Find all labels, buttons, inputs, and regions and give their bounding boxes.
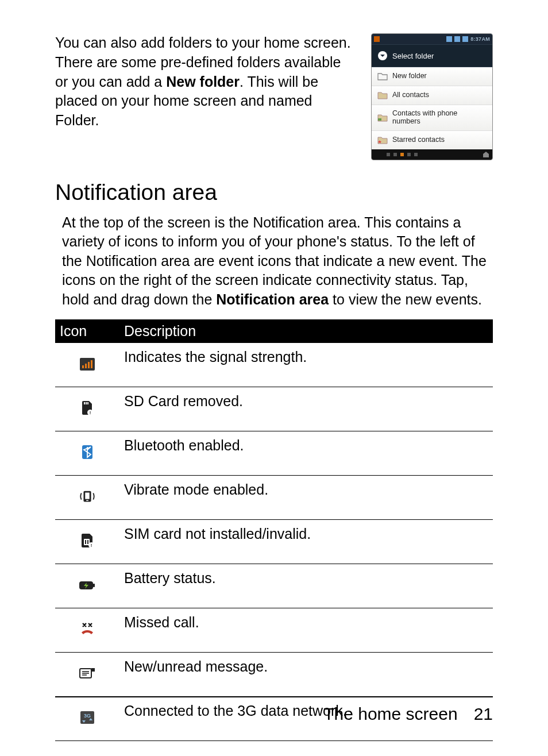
mock-item-label: New folder: [392, 72, 427, 80]
vibrate-icon: [79, 488, 96, 505]
body-bold: Notification area: [216, 291, 329, 307]
row-desc: SIM card not installed/invalid.: [119, 520, 493, 564]
svg-rect-18: [85, 540, 86, 544]
svg-rect-9: [86, 402, 87, 404]
row-desc: Bluetooth enabled.: [119, 431, 493, 476]
svg-rect-6: [88, 362, 90, 368]
folder-mockup: 8:37AM Select folder New folder All cont…: [371, 33, 493, 160]
mock-item-label: Starred contacts: [392, 136, 445, 144]
status-signal-icon: [462, 36, 468, 42]
table-row: ! SD Card removed.: [55, 387, 493, 431]
row-desc: Battery status.: [119, 564, 493, 608]
table-row: Bluetooth enabled.: [55, 431, 493, 476]
body-p2: to view the new events.: [329, 291, 482, 307]
nav-dot: [387, 153, 390, 156]
dropdown-icon: [377, 51, 388, 61]
footer-title: The home screen: [323, 704, 457, 724]
intro-row: You can also add folders to your home sc…: [55, 33, 493, 160]
status-network-icon: [446, 36, 452, 42]
table-row: ! SIM card not installed/invalid.: [55, 520, 493, 564]
th-icon: Icon: [55, 319, 119, 343]
svg-rect-3: [80, 358, 95, 371]
folder-icon: [377, 91, 388, 100]
document-page: You can also add folders to your home sc…: [0, 0, 548, 756]
mock-item: All contacts: [372, 86, 492, 105]
mock-item: New folder: [372, 67, 492, 86]
signal-strength-icon: [79, 356, 96, 373]
intro-bold: New folder: [166, 74, 240, 90]
mock-list: New folder All contacts Contacts with ph…: [372, 67, 492, 149]
svg-rect-28: [91, 668, 95, 672]
sim-invalid-icon: !: [79, 532, 96, 549]
row-desc: Vibrate mode enabled.: [119, 476, 493, 520]
svg-rect-23: [93, 584, 95, 587]
table-header-row: Icon Description: [55, 319, 493, 343]
svg-text:!: !: [90, 410, 91, 415]
new-message-icon: [79, 665, 96, 682]
folder-icon: [377, 72, 388, 81]
row-desc: Indicates the signal strength.: [119, 343, 493, 387]
battery-icon: [79, 577, 96, 594]
table-row: Missed call.: [55, 608, 493, 653]
mock-header-label: Select folder: [392, 52, 434, 60]
nav-dot: [414, 153, 418, 156]
mock-item: Starred contacts: [372, 130, 492, 149]
svg-rect-7: [91, 360, 92, 368]
section-heading: Notification area: [55, 180, 493, 205]
mock-item: Contacts with phone numbers: [372, 105, 492, 130]
svg-rect-19: [87, 540, 88, 544]
table-row: Battery status.: [55, 564, 493, 608]
svg-text:!: !: [91, 543, 92, 548]
row-desc: Missed call.: [119, 608, 493, 653]
svg-rect-10: [87, 402, 88, 404]
svg-rect-1: [378, 118, 381, 121]
svg-rect-16: [86, 500, 88, 500]
mock-item-label: All contacts: [392, 91, 429, 99]
nav-dot: [407, 153, 411, 156]
table-row: Vibrate mode enabled.: [55, 476, 493, 520]
home-icon: [482, 151, 490, 159]
missed-call-icon: [79, 620, 96, 638]
status-battery-icon: [454, 36, 460, 42]
nav-dot-active: [400, 153, 404, 156]
row-desc: SD Card removed.: [119, 387, 493, 431]
svg-rect-8: [84, 402, 85, 404]
folder-icon: [377, 113, 388, 122]
section-body: At the top of the screen is the Notifica…: [55, 213, 493, 310]
footer-page-number: 21: [474, 704, 493, 724]
mock-status-bar: 8:37AM: [372, 34, 492, 44]
intro-paragraph: You can also add folders to your home sc…: [55, 33, 356, 160]
table-row: Indicates the signal strength.: [55, 343, 493, 387]
svg-rect-15: [85, 492, 90, 499]
mock-header: Select folder: [372, 44, 492, 67]
bluetooth-icon: [79, 443, 96, 461]
table-row: New/unread message.: [55, 653, 493, 697]
page-footer: The home screen 21: [55, 696, 493, 724]
status-time: 8:37AM: [470, 36, 490, 42]
svg-rect-5: [85, 364, 87, 368]
th-desc: Description: [119, 319, 493, 343]
status-notif-icon: [374, 36, 380, 42]
folder-icon: [377, 136, 388, 145]
sd-card-removed-icon: !: [79, 399, 96, 416]
row-desc: New/unread message.: [119, 653, 493, 697]
nav-dot: [393, 153, 397, 156]
mock-nav-bar: [372, 149, 492, 160]
icon-table: Icon Description Indicates the signal st…: [55, 319, 493, 741]
svg-rect-4: [82, 365, 84, 368]
mock-item-label: Contacts with phone numbers: [392, 110, 487, 126]
